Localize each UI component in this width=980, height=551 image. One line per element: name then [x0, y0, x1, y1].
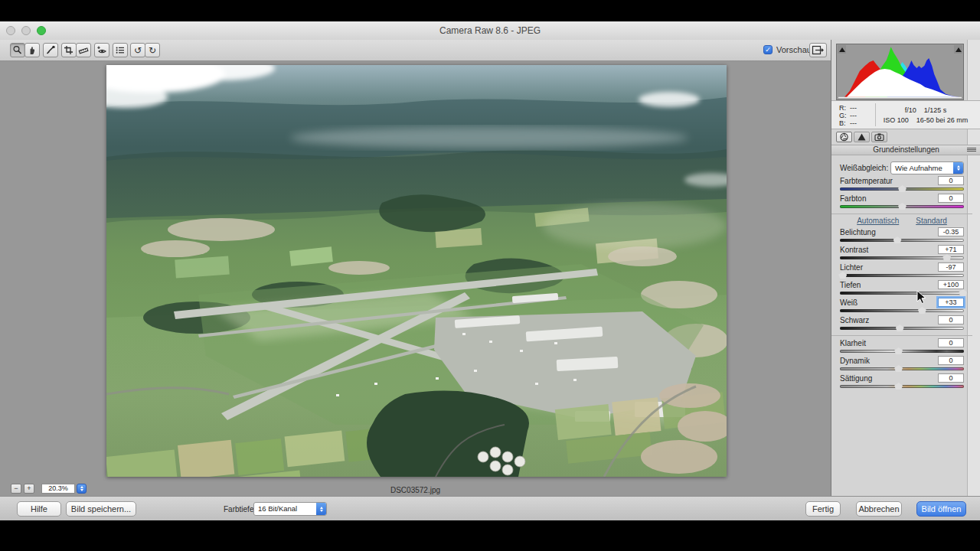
zoom-tool-button[interactable] — [10, 43, 25, 57]
rotate-left-button[interactable]: ↺ — [130, 43, 145, 57]
preferences-tool-button[interactable] — [113, 43, 128, 57]
cancel-button[interactable]: Abbrechen — [856, 501, 902, 517]
hand-icon — [27, 45, 38, 55]
slider-track[interactable] — [840, 239, 964, 242]
slider-value-field[interactable]: 0 — [938, 373, 964, 383]
toolbar: ↺ ↻ ✓ Vorschau — [0, 40, 831, 61]
slider-klarheit: Klarheit0 — [840, 338, 964, 354]
preview-label: Vorschau — [776, 45, 812, 54]
crop-tool-button[interactable] — [61, 43, 77, 57]
rotate-right-icon: ↻ — [149, 46, 156, 55]
slider-handle[interactable] — [918, 307, 926, 314]
slider-label: Klarheit — [840, 339, 866, 347]
slider-handle[interactable] — [894, 383, 903, 390]
fullscreen-toggle-button[interactable] — [809, 43, 827, 57]
select-stepper-icon — [316, 503, 326, 515]
slider-value-field[interactable]: 0 — [938, 356, 964, 365]
photo-preview[interactable] — [106, 65, 727, 477]
slider-label: Sättigung — [840, 374, 872, 383]
straighten-tool-button[interactable] — [76, 43, 91, 57]
slider-handle[interactable] — [942, 254, 951, 261]
slider-track[interactable] — [840, 256, 964, 259]
tab-detail[interactable] — [854, 132, 870, 142]
slider-label: Lichter — [840, 263, 863, 272]
exposure-info: R:--- G:--- B:--- f/101/125 s ISO 10016-… — [831, 100, 980, 129]
slider-belichtung: Belichtung-0.35 — [840, 227, 964, 243]
crop-icon — [64, 45, 74, 55]
tab-basic[interactable] — [836, 132, 852, 142]
red-eye-tool-button[interactable] — [94, 43, 109, 57]
shadow-clipping-warning[interactable] — [838, 45, 846, 54]
depth-value: 16 Bit/Kanal — [254, 503, 326, 514]
red-eye-icon — [96, 45, 107, 55]
slider-value-field-focused[interactable]: +33 — [938, 298, 964, 307]
slider-value-field[interactable]: 0 — [938, 194, 964, 203]
g-channel-value: --- — [850, 112, 857, 119]
slider-value-field[interactable]: -0.35 — [938, 227, 964, 236]
slider-value-field[interactable]: 0 — [938, 338, 964, 347]
save-image-button[interactable]: Bild speichern... — [66, 501, 136, 517]
rotate-right-button[interactable]: ↻ — [145, 43, 160, 57]
default-link[interactable]: Standard — [916, 217, 947, 226]
slider-handle[interactable] — [898, 203, 906, 210]
slider-track[interactable] — [840, 385, 964, 388]
open-image-button[interactable]: Bild öffnen — [916, 501, 966, 517]
auto-link[interactable]: Automatisch — [857, 217, 899, 226]
slider-label: Tiefen — [840, 281, 861, 289]
minimize-window-button[interactable] — [21, 26, 31, 35]
highlight-clipping-warning[interactable] — [954, 45, 962, 54]
slider-weiss: Weiß+33 — [840, 298, 964, 314]
slider-value-field[interactable]: -97 — [938, 262, 964, 272]
slider-value-field[interactable]: 0 — [938, 176, 964, 185]
b-channel-value: --- — [850, 119, 857, 127]
traffic-lights — [6, 26, 46, 35]
white-balance-row: Weißabgleich: Wie Aufnahme — [840, 161, 964, 174]
g-channel-label: G: — [839, 112, 850, 119]
window-title: Camera Raw 8.6 - JPEG — [0, 21, 980, 40]
help-button[interactable]: Hilfe — [17, 501, 61, 517]
slider-handle[interactable] — [894, 365, 903, 372]
triangle-icon — [839, 47, 845, 52]
image-canvas: − + 20.3% DSC03572.jpg — [0, 61, 831, 496]
slider-label: Dynamik — [840, 357, 870, 365]
slider-track[interactable] — [840, 367, 964, 370]
white-balance-select[interactable]: Wie Aufnahme — [890, 161, 964, 174]
slider-track[interactable] — [840, 187, 964, 191]
slider-track[interactable] — [840, 205, 964, 208]
slider-handle[interactable] — [959, 289, 967, 296]
select-stepper-icon — [953, 162, 963, 174]
slider-value-field[interactable]: 0 — [938, 315, 964, 324]
slider-handle[interactable] — [894, 347, 903, 354]
rotate-left-icon: ↺ — [134, 46, 142, 55]
slider-value-field[interactable]: +71 — [938, 245, 964, 254]
slider-saettigung: Sättigung0 — [840, 373, 964, 390]
slider-track[interactable] — [840, 274, 964, 277]
r-channel-label: R: — [839, 104, 850, 112]
preview-toggle[interactable]: ✓ Vorschau — [763, 45, 812, 54]
done-button[interactable]: Fertig — [805, 501, 841, 517]
aperture-value: f/10 — [901, 106, 920, 114]
slider-handle[interactable] — [896, 324, 904, 331]
slider-label: Belichtung — [840, 228, 876, 236]
preview-checkbox[interactable]: ✓ — [763, 45, 773, 54]
slider-handle[interactable] — [898, 185, 906, 192]
close-window-button[interactable] — [6, 26, 15, 35]
slider-track[interactable] — [840, 327, 964, 330]
depth-select[interactable]: 16 Bit/Kanal — [253, 502, 327, 516]
slider-label: Weiß — [840, 298, 858, 307]
footer-bar: Hilfe Bild speichern... Farbtiefe: 16 Bi… — [0, 496, 980, 520]
slider-track[interactable] — [840, 309, 964, 312]
slider-value-field[interactable]: +100 — [938, 280, 964, 289]
slider-handle[interactable] — [893, 236, 902, 243]
panel-menu-button[interactable] — [967, 148, 976, 154]
white-balance-tool-button[interactable] — [43, 43, 58, 57]
tab-camera-calibration[interactable] — [871, 132, 887, 142]
hand-tool-button[interactable] — [24, 43, 40, 57]
slider-dynamik: Dynamik0 — [840, 356, 964, 372]
panel-header: Grundeinstellungen — [831, 145, 980, 155]
slider-handle[interactable] — [838, 272, 847, 279]
slider-track[interactable] — [840, 292, 964, 295]
zoom-window-button[interactable] — [37, 26, 46, 35]
slider-track[interactable] — [840, 350, 964, 353]
letterbox-bottom — [0, 520, 980, 551]
